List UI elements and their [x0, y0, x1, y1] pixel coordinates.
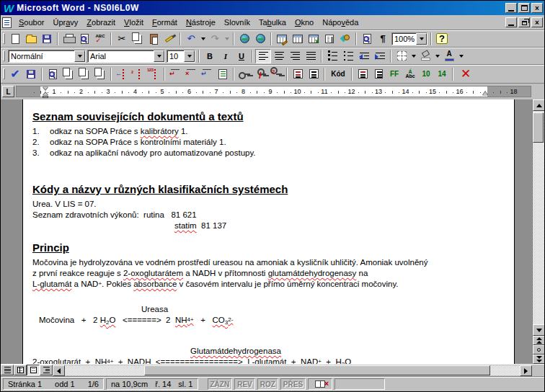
copy-button[interactable] — [130, 32, 146, 46]
vertical-scroll-track[interactable] — [533, 111, 544, 324]
spelling-status-panel[interactable]: × — [308, 378, 332, 390]
open-button[interactable] — [23, 32, 39, 46]
align-left-button[interactable] — [255, 49, 271, 63]
vertical-scrollbar[interactable] — [532, 99, 544, 364]
print-preview-button[interactable] — [76, 32, 92, 46]
horizontal-ruler[interactable]: 1234567891011121314151618 — [16, 86, 531, 97]
horizontal-scroll-thumb[interactable] — [144, 365, 490, 375]
menu-nastroje[interactable]: Nástroje — [182, 17, 220, 28]
renumber-button[interactable]: 123 — [146, 67, 161, 81]
zoom-dropdown-button[interactable] — [416, 33, 427, 45]
menu-okno[interactable]: Okno — [291, 17, 318, 28]
small-list-button[interactable] — [371, 67, 386, 81]
toolbar-grip[interactable] — [3, 50, 5, 61]
doc-close-button[interactable]: × — [531, 17, 543, 27]
align-center-button[interactable] — [271, 49, 287, 63]
borders-dropdown[interactable] — [409, 49, 417, 63]
tables-and-borders-button[interactable] — [274, 32, 290, 46]
close-document-button[interactable]: ✕ — [456, 67, 476, 81]
preview-document-button[interactable] — [45, 67, 61, 81]
protect2-button[interactable] — [268, 67, 284, 81]
dotted-sub-button[interactable]: ² — [130, 67, 146, 81]
menu-napoveda[interactable]: Nápověda — [318, 17, 363, 28]
horizontal-scroll-track[interactable] — [65, 365, 520, 375]
redo-button[interactable]: ↷ — [207, 32, 223, 46]
size-10-button[interactable]: 10 — [418, 67, 434, 81]
save-version-button[interactable] — [23, 67, 39, 81]
print-button[interactable] — [61, 32, 76, 46]
right-indent-marker[interactable] — [482, 92, 488, 96]
new-document-button[interactable] — [7, 32, 23, 46]
status-toggle-zazn[interactable]: ZÁZN — [208, 378, 233, 390]
status-toggle-roz[interactable]: ROZ — [257, 378, 278, 390]
help-button[interactable]: ? — [434, 32, 450, 46]
font-dropdown-button[interactable] — [154, 50, 164, 62]
status-toggle-pres[interactable]: PŘES — [280, 378, 306, 390]
drawing-button[interactable] — [337, 32, 353, 46]
page-layout-view-button[interactable] — [27, 365, 40, 375]
borders-button[interactable] — [394, 49, 409, 63]
redo-dropdown[interactable] — [223, 32, 231, 46]
menu-vlozit[interactable]: Vložit — [120, 17, 148, 28]
menu-tabulka[interactable]: Tabulka — [254, 17, 291, 28]
insert-excel-button[interactable]: x — [306, 32, 322, 46]
pages-zero-button[interactable] — [92, 67, 108, 81]
undo-dropdown[interactable] — [199, 32, 207, 46]
highlight-button[interactable] — [417, 49, 433, 63]
web-toolbar-button[interactable] — [252, 32, 268, 46]
cut-button[interactable]: ✂ — [114, 32, 130, 46]
outline-view-button[interactable] — [40, 365, 53, 375]
style-combobox[interactable]: Normální — [8, 50, 86, 63]
font-color-button[interactable]: A — [441, 49, 457, 63]
document-icon[interactable] — [2, 17, 12, 28]
increase-indent-button[interactable] — [372, 49, 388, 63]
align-right-button[interactable] — [287, 49, 303, 63]
italic-button[interactable]: I — [218, 49, 234, 63]
doc-delete-button[interactable]: × — [183, 67, 199, 81]
normal-view-button[interactable] — [1, 365, 14, 375]
highlight-dropdown[interactable] — [433, 49, 441, 63]
menu-slovnik[interactable]: Slovník — [220, 17, 254, 28]
bullet-list-button[interactable] — [340, 49, 356, 63]
doc-restore-button[interactable] — [518, 17, 530, 27]
menu-soubor[interactable]: Soubor — [14, 17, 48, 28]
black-list-button[interactable] — [306, 67, 322, 81]
toolbar-grip[interactable] — [3, 68, 5, 79]
undo-button[interactable]: ↶ — [183, 32, 199, 46]
doc-export-button[interactable]: ↵ — [167, 67, 183, 81]
font-size-combobox[interactable]: 10 — [167, 50, 195, 63]
doc-import-button[interactable]: ↵ — [199, 67, 215, 81]
red-header-list-button[interactable] — [355, 67, 371, 81]
tab-selector-button[interactable]: L — [2, 86, 14, 97]
close-button[interactable]: × — [531, 3, 543, 13]
status-toggle-rev[interactable]: REV — [234, 378, 255, 390]
menu-upravy[interactable]: Úpravy — [48, 17, 82, 28]
size-14-button[interactable]: 14 — [434, 67, 450, 81]
next-page-button[interactable] — [533, 355, 544, 364]
decrease-indent-button[interactable] — [356, 49, 372, 63]
paste-button[interactable] — [146, 32, 161, 46]
numbered-list-button[interactable] — [324, 49, 340, 63]
scroll-left-button[interactable] — [53, 365, 65, 376]
ff-button[interactable]: FF — [386, 67, 402, 81]
style-dropdown-button[interactable] — [74, 50, 85, 62]
format-painter-button[interactable] — [161, 32, 177, 46]
maximize-button[interactable] — [518, 3, 530, 13]
font-abc-button[interactable]: ÁAbc — [402, 67, 418, 81]
zoom-combobox[interactable]: 100% — [391, 32, 427, 45]
font-size-dropdown-button[interactable] — [184, 50, 195, 62]
doc-ok-button[interactable] — [215, 67, 231, 81]
kod-button[interactable]: Kód — [327, 67, 349, 81]
document-map-button[interactable] — [359, 32, 375, 46]
copy-pages-button[interactable] — [61, 67, 76, 81]
font-combobox[interactable]: Arial — [87, 50, 165, 63]
online-layout-view-button[interactable] — [14, 365, 27, 375]
protect-button[interactable] — [236, 67, 252, 81]
font-color-dropdown[interactable] — [457, 49, 465, 63]
unprotect-button[interactable] — [252, 67, 268, 81]
scroll-down-button[interactable] — [533, 324, 544, 336]
underline-button[interactable]: U — [234, 49, 249, 63]
show-hide-paragraph-button[interactable]: ¶ — [375, 32, 391, 46]
select-browse-object-button[interactable] — [533, 345, 544, 355]
approve-button[interactable]: ✔ — [7, 67, 23, 81]
